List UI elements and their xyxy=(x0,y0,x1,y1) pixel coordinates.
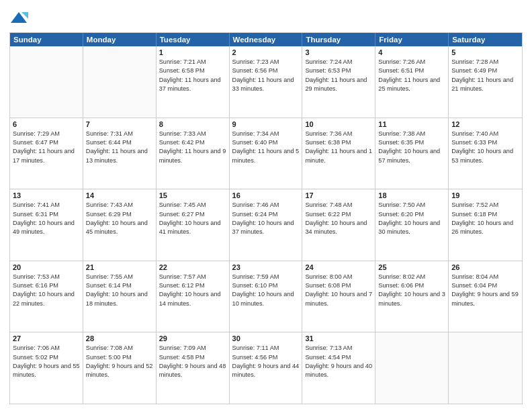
logo xyxy=(9,9,31,28)
cell-info: Sunrise: 7:48 AM xyxy=(305,201,372,210)
cal-cell xyxy=(375,332,449,404)
cell-info: Daylight: 10 hours and 34 minutes. xyxy=(305,219,372,237)
cell-info: Sunrise: 7:31 AM xyxy=(86,130,153,138)
cell-info: Sunrise: 7:11 AM xyxy=(232,344,300,353)
cell-info: Daylight: 11 hours and 17 minutes. xyxy=(13,147,80,165)
cal-cell: 20Sunrise: 7:53 AMSunset: 6:16 PMDayligh… xyxy=(10,261,83,332)
cell-info: Sunset: 4:56 PM xyxy=(232,353,300,362)
cell-info: Daylight: 10 hours and 49 minutes. xyxy=(13,219,80,237)
header-day-wednesday: Wednesday xyxy=(230,33,303,46)
cell-info: Sunset: 6:38 PM xyxy=(305,138,372,147)
day-number: 25 xyxy=(378,263,445,271)
day-number: 16 xyxy=(232,191,300,199)
calendar-page: SundayMondayTuesdayWednesdayThursdayFrid… xyxy=(0,0,532,411)
day-number: 8 xyxy=(159,120,226,128)
cal-cell: 24Sunrise: 8:00 AMSunset: 6:08 PMDayligh… xyxy=(302,261,375,332)
cell-info: Sunrise: 7:57 AM xyxy=(159,273,226,281)
cell-info: Sunset: 6:47 PM xyxy=(13,138,80,147)
cal-cell: 23Sunrise: 7:59 AMSunset: 6:10 PMDayligh… xyxy=(230,261,303,332)
cell-info: Daylight: 11 hours and 5 minutes. xyxy=(232,147,300,165)
day-number: 11 xyxy=(378,120,445,128)
cell-info: Daylight: 10 hours and 14 minutes. xyxy=(159,290,226,308)
cell-info: Sunset: 6:44 PM xyxy=(86,138,153,147)
cell-info: Daylight: 11 hours and 29 minutes. xyxy=(305,76,372,94)
cell-info: Sunrise: 7:40 AM xyxy=(451,130,519,138)
day-number: 23 xyxy=(232,263,300,271)
cal-cell: 8Sunrise: 7:33 AMSunset: 6:42 PMDaylight… xyxy=(157,118,230,189)
cell-info: Sunset: 6:27 PM xyxy=(159,210,226,219)
day-number: 26 xyxy=(451,263,519,271)
cell-info: Daylight: 11 hours and 9 minutes. xyxy=(159,147,226,165)
day-number: 19 xyxy=(451,191,519,199)
day-number: 30 xyxy=(232,334,300,342)
cal-cell: 27Sunrise: 7:06 AMSunset: 5:02 PMDayligh… xyxy=(10,332,83,404)
cell-info: Sunrise: 7:34 AM xyxy=(232,130,300,138)
cell-info: Sunset: 6:12 PM xyxy=(159,281,226,290)
cal-cell: 30Sunrise: 7:11 AMSunset: 4:56 PMDayligh… xyxy=(230,332,303,404)
cell-info: Sunset: 4:58 PM xyxy=(159,353,226,362)
cell-info: Sunrise: 7:41 AM xyxy=(13,201,80,210)
cal-cell: 26Sunrise: 8:04 AMSunset: 6:04 PMDayligh… xyxy=(449,261,522,332)
cal-cell: 15Sunrise: 7:45 AMSunset: 6:27 PMDayligh… xyxy=(157,189,230,261)
header-day-saturday: Saturday xyxy=(449,33,522,46)
cell-info: Sunset: 5:00 PM xyxy=(86,353,153,362)
cell-info: Sunset: 6:14 PM xyxy=(86,281,153,290)
week-row-3: 13Sunrise: 7:41 AMSunset: 6:31 PMDayligh… xyxy=(10,189,522,261)
cal-cell: 17Sunrise: 7:48 AMSunset: 6:22 PMDayligh… xyxy=(302,189,375,261)
cell-info: Sunset: 6:49 PM xyxy=(451,66,519,75)
day-number: 12 xyxy=(451,120,519,128)
cell-info: Daylight: 10 hours and 30 minutes. xyxy=(378,219,445,237)
day-number: 9 xyxy=(232,120,300,128)
day-number: 18 xyxy=(378,191,445,199)
day-number: 21 xyxy=(86,263,153,271)
cal-cell xyxy=(449,332,522,404)
cal-cell: 3Sunrise: 7:24 AMSunset: 6:53 PMDaylight… xyxy=(302,46,375,118)
week-row-4: 20Sunrise: 7:53 AMSunset: 6:16 PMDayligh… xyxy=(10,261,522,332)
header-day-friday: Friday xyxy=(375,33,449,46)
day-number: 5 xyxy=(451,48,519,56)
header-day-monday: Monday xyxy=(83,33,157,46)
calendar: SundayMondayTuesdayWednesdayThursdayFrid… xyxy=(9,32,523,404)
day-number: 7 xyxy=(86,120,153,128)
cell-info: Daylight: 11 hours and 37 minutes. xyxy=(159,76,226,94)
day-number: 22 xyxy=(159,263,226,271)
cell-info: Sunrise: 8:04 AM xyxy=(451,273,519,281)
cell-info: Sunrise: 7:28 AM xyxy=(451,58,519,66)
cell-info: Daylight: 11 hours and 21 minutes. xyxy=(451,76,519,94)
cell-info: Daylight: 9 hours and 59 minutes. xyxy=(451,290,519,308)
day-number: 17 xyxy=(305,191,372,199)
cell-info: Daylight: 9 hours and 48 minutes. xyxy=(159,362,226,380)
cal-cell: 13Sunrise: 7:41 AMSunset: 6:31 PMDayligh… xyxy=(10,189,83,261)
cell-info: Sunrise: 8:00 AM xyxy=(305,273,372,281)
cal-cell xyxy=(10,46,83,118)
cal-cell: 14Sunrise: 7:43 AMSunset: 6:29 PMDayligh… xyxy=(83,189,157,261)
cell-info: Sunset: 6:22 PM xyxy=(305,210,372,219)
cal-cell: 11Sunrise: 7:38 AMSunset: 6:35 PMDayligh… xyxy=(375,118,449,189)
cell-info: Sunrise: 7:53 AM xyxy=(13,273,80,281)
cell-info: Daylight: 10 hours and 3 minutes. xyxy=(378,290,445,308)
cal-cell: 25Sunrise: 8:02 AMSunset: 6:06 PMDayligh… xyxy=(375,261,449,332)
cell-info: Sunset: 6:08 PM xyxy=(305,281,372,290)
cell-info: Sunrise: 7:08 AM xyxy=(86,344,153,353)
cell-info: Sunset: 6:42 PM xyxy=(159,138,226,147)
cell-info: Sunrise: 7:45 AM xyxy=(159,201,226,210)
cell-info: Sunrise: 7:06 AM xyxy=(13,344,80,353)
calendar-body: 1Sunrise: 7:21 AMSunset: 6:58 PMDaylight… xyxy=(10,46,522,404)
cell-info: Sunrise: 7:24 AM xyxy=(305,58,372,66)
cell-info: Sunset: 6:51 PM xyxy=(378,66,445,75)
cal-cell: 28Sunrise: 7:08 AMSunset: 5:00 PMDayligh… xyxy=(83,332,157,404)
cal-cell: 5Sunrise: 7:28 AMSunset: 6:49 PMDaylight… xyxy=(449,46,522,118)
day-number: 20 xyxy=(13,263,80,271)
cal-cell: 7Sunrise: 7:31 AMSunset: 6:44 PMDaylight… xyxy=(83,118,157,189)
cell-info: Sunset: 6:33 PM xyxy=(451,138,519,147)
cell-info: Daylight: 9 hours and 40 minutes. xyxy=(305,362,372,380)
cell-info: Daylight: 10 hours and 53 minutes. xyxy=(451,147,519,165)
day-number: 1 xyxy=(159,48,226,56)
day-number: 15 xyxy=(159,191,226,199)
cell-info: Sunrise: 7:46 AM xyxy=(232,201,300,210)
cal-cell: 29Sunrise: 7:09 AMSunset: 4:58 PMDayligh… xyxy=(157,332,230,404)
cell-info: Daylight: 10 hours and 45 minutes. xyxy=(86,219,153,237)
cell-info: Sunset: 5:02 PM xyxy=(13,353,80,362)
cell-info: Sunset: 6:16 PM xyxy=(13,281,80,290)
cal-cell: 2Sunrise: 7:23 AMSunset: 6:56 PMDaylight… xyxy=(230,46,303,118)
